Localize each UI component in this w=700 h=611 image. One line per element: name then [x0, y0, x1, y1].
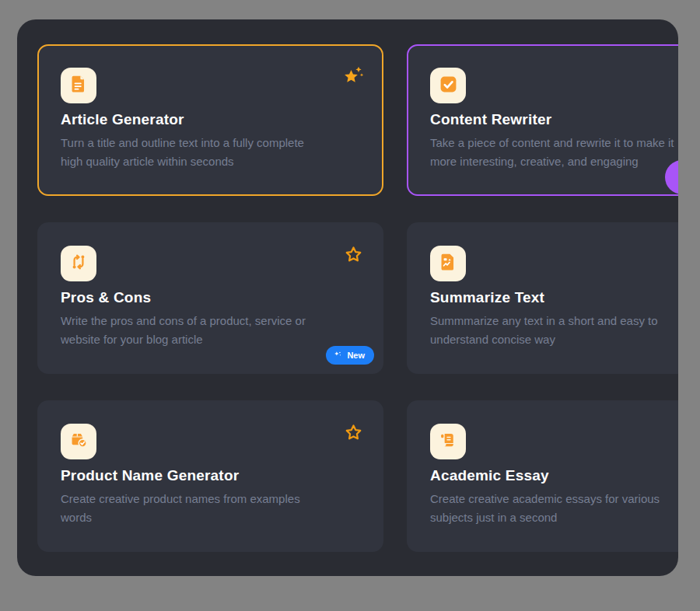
card-description: Take a piece of content and rewrite it t… — [430, 134, 678, 171]
scroll-icon — [438, 430, 458, 453]
icon-box — [61, 246, 96, 281]
template-card-summarize-text[interactable]: Summarize Text Summmarize any text in a … — [407, 222, 678, 374]
template-card-article-generator[interactable]: Article Generator Turn a title and outli… — [37, 44, 383, 196]
card-title: Article Generator — [61, 111, 360, 128]
icon-box — [430, 424, 466, 459]
outline-star[interactable] — [341, 421, 365, 444]
card-title: Pros & Cons — [61, 289, 360, 306]
package-check-icon — [68, 430, 89, 453]
template-card-academic-essay[interactable]: Academic Essay Create creative academic … — [407, 400, 678, 552]
card-description: Create creative academic essays for vari… — [430, 490, 678, 527]
card-title: Summarize Text — [430, 289, 678, 306]
sparkle-icon — [333, 350, 343, 361]
card-title: Product Name Generator — [61, 467, 360, 484]
card-title: Academic Essay — [430, 467, 678, 484]
swap-arrows-icon — [68, 252, 89, 275]
checkbox-icon — [439, 75, 458, 97]
card-description: Write the pros and cons of a product, se… — [61, 312, 360, 349]
outline-star[interactable] — [341, 243, 365, 266]
card-description: Summmarize any text in a short and easy … — [430, 312, 678, 349]
templates-panel: Article Generator Turn a title and outli… — [17, 19, 678, 576]
new-badge: New — [326, 346, 374, 365]
card-title: Content Rewriter — [430, 111, 678, 128]
card-description: Create creative product names from examp… — [61, 490, 360, 527]
summary-document-icon — [438, 252, 458, 275]
template-card-pros-cons[interactable]: Pros & Cons Write the pros and cons of a… — [37, 222, 383, 374]
icon-box — [430, 246, 466, 281]
templates-grid: Article Generator Turn a title and outli… — [37, 44, 678, 552]
icon-box — [61, 424, 96, 459]
card-description: Turn a title and outline text into a ful… — [61, 134, 360, 171]
icon-box — [61, 68, 96, 103]
filled-sparkle-star[interactable] — [341, 65, 365, 88]
icon-box — [430, 68, 466, 103]
document-icon — [68, 74, 89, 97]
template-card-content-rewriter[interactable]: Content Rewriter Take a piece of content… — [407, 44, 678, 196]
template-card-product-name-generator[interactable]: Product Name Generator Create creative p… — [37, 400, 383, 552]
